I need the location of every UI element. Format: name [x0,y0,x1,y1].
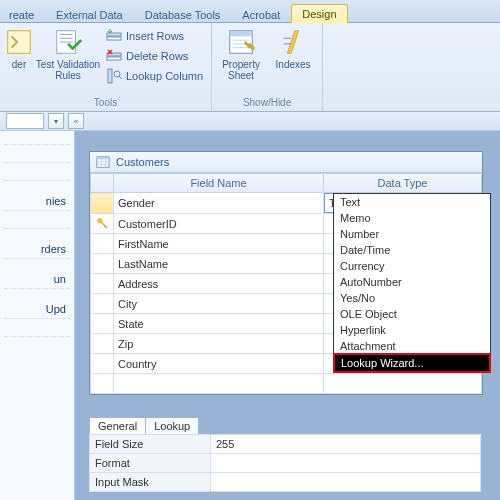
dropdown-option[interactable]: Attachment [334,338,490,354]
indexes-icon [278,27,308,57]
field-name-cell[interactable]: FirstName [114,234,324,254]
nav-item[interactable] [4,225,70,229]
property-value[interactable]: 255 [211,435,481,454]
group-label-tools: Tools [6,95,205,111]
row-selector[interactable] [91,314,114,334]
builder-button-fragment[interactable]: der [6,25,32,70]
nav-item[interactable]: nies [4,195,70,211]
property-name: Field Size [90,435,211,454]
ribbon-tab-create[interactable]: reate [4,5,45,23]
data-type-cell[interactable] [324,374,482,394]
properties-grid[interactable]: Field Size255FormatInput Mask [89,434,481,492]
field-name-cell[interactable]: Address [114,274,324,294]
field-name-cell[interactable]: City [114,294,324,314]
property-row[interactable]: Field Size255 [90,435,481,454]
row-selector[interactable] [91,294,114,314]
indexes-button[interactable]: Indexes [270,25,316,70]
builder-icon [4,27,34,57]
dropdown-option[interactable]: Text [334,194,490,210]
row-selector[interactable] [91,274,114,294]
svg-rect-3 [107,37,121,40]
rows-commands: Insert Rows Delete Rows Lookup Column [104,25,205,85]
property-value[interactable] [211,473,481,492]
properties-tab-lookup[interactable]: Lookup [145,417,199,434]
field-properties-pane: General Lookup Field Size255FormatInput … [89,417,481,492]
property-sheet-icon [226,27,256,57]
navpane-toggle[interactable]: ▾ [48,113,64,129]
field-name-cell[interactable]: Country [114,354,324,374]
row-selector[interactable] [91,374,114,394]
field-name-cell[interactable] [114,374,324,394]
primary-key-icon [96,217,108,229]
table-window-title: Customers [116,156,169,168]
nav-item[interactable]: Upd [4,303,70,319]
property-sheet-button[interactable]: Property Sheet [218,25,264,81]
nav-item[interactable] [4,333,70,337]
row-selector[interactable] [91,234,114,254]
field-name-cell[interactable]: Gender [114,193,324,214]
field-name-cell[interactable]: Zip [114,334,324,354]
column-header-fieldname[interactable]: Field Name [114,174,324,193]
row-selector[interactable] [91,254,114,274]
nav-item[interactable] [4,141,70,145]
nav-item[interactable]: un [4,273,70,289]
dropdown-option[interactable]: Currency [334,258,490,274]
svg-rect-6 [108,69,112,83]
dropdown-option[interactable]: Lookup Wizard... [333,353,491,373]
field-name-cell[interactable]: LastName [114,254,324,274]
dropdown-option[interactable]: Yes/No [334,290,490,306]
field-name-cell[interactable]: CustomerID [114,214,324,234]
property-name: Input Mask [90,473,211,492]
navigation-pane[interactable]: nies rders un Upd [0,131,75,500]
svg-rect-12 [97,157,109,160]
svg-rect-0 [8,31,31,54]
lookup-column-button[interactable]: Lookup Column [104,67,205,85]
datasheet-icon [96,155,110,169]
dropdown-option[interactable]: Hyperlink [334,322,490,338]
insert-rows-button[interactable]: Insert Rows [104,27,205,45]
row-selector[interactable] [91,334,114,354]
insert-rows-icon [106,28,122,44]
ribbon-tab-external-data[interactable]: External Data [45,5,134,23]
data-type-dropdown[interactable]: TextMemoNumberDate/TimeCurrencyAutoNumbe… [333,193,491,373]
delete-rows-icon [106,48,122,64]
table-window-titlebar[interactable]: Customers [90,152,482,173]
dropdown-option[interactable]: OLE Object [334,306,490,322]
svg-rect-2 [107,33,121,36]
delete-rows-label: Delete Rows [126,50,188,62]
ribbon-tab-acrobat[interactable]: Acrobat [231,5,291,23]
column-header-datatype[interactable]: Data Type [324,174,482,193]
dropdown-option[interactable]: Date/Time [334,242,490,258]
delete-rows-button[interactable]: Delete Rows [104,47,205,65]
dropdown-option[interactable]: AutoNumber [334,274,490,290]
property-value[interactable] [211,454,481,473]
workspace: nies rders un Upd Customers Field Name D… [0,131,500,500]
dropdown-option[interactable]: Memo [334,210,490,226]
ribbon-tab-database-tools[interactable]: Database Tools [134,5,232,23]
dropdown-option[interactable]: Number [334,226,490,242]
ribbon-group-showhide: Property Sheet Indexes Show/Hide [212,23,323,111]
row-selector[interactable] [91,214,114,234]
test-validation-rules-button[interactable]: Test Validation Rules [38,25,98,81]
nav-item[interactable] [4,159,70,163]
navpane-collapse[interactable]: « [68,113,84,129]
unknown-dropdown[interactable] [6,113,44,129]
svg-rect-9 [230,31,253,37]
lookup-column-label: Lookup Column [126,70,203,82]
row-selector[interactable] [91,354,114,374]
property-row[interactable]: Format [90,454,481,473]
nav-item[interactable] [4,177,70,181]
property-row[interactable]: Input Mask [90,473,481,492]
sub-toolbar: ▾ « [0,112,500,131]
property-name: Format [90,454,211,473]
nav-item[interactable]: rders [4,243,70,259]
ribbon-tab-design[interactable]: Design [291,4,347,23]
design-row-empty[interactable] [91,374,482,394]
select-all-corner[interactable] [91,174,114,193]
field-name-cell[interactable]: State [114,314,324,334]
row-selector[interactable] [91,193,114,214]
properties-tab-general[interactable]: General [89,417,146,434]
svg-rect-5 [107,57,121,60]
client-area: Customers Field Name Data Type GenderTex… [75,131,500,500]
ribbon: der Test Validation Rules Insert Rows De… [0,23,500,112]
